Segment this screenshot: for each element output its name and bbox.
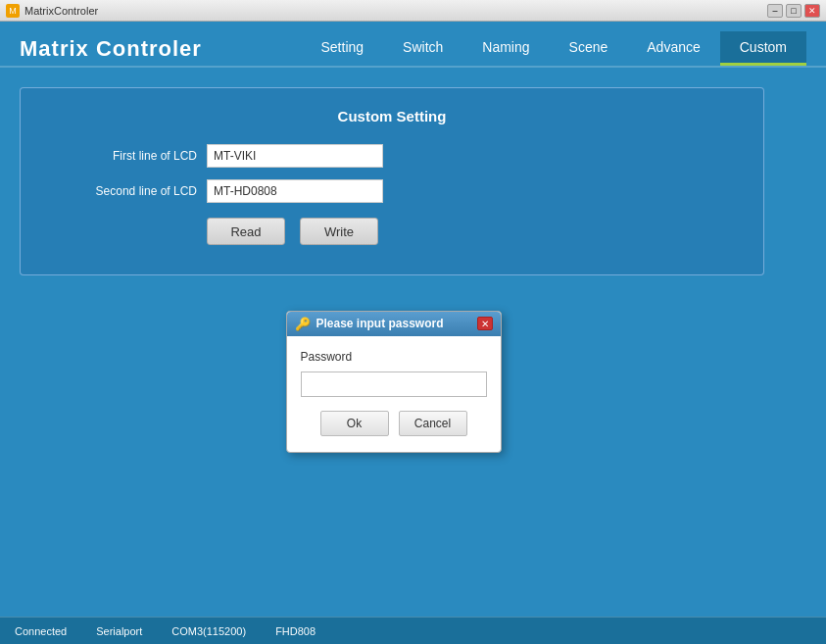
first-line-input[interactable] (207, 144, 383, 168)
password-input[interactable] (301, 372, 487, 397)
minimize-button[interactable]: – (767, 4, 783, 18)
first-line-row: First line of LCD (50, 144, 734, 168)
nav-naming[interactable]: Naming (462, 31, 549, 66)
app-icon: M (6, 4, 20, 18)
panel-title: Custom Setting (50, 108, 734, 124)
second-line-row: Second line of LCD (50, 179, 734, 203)
read-button[interactable]: Read (207, 218, 285, 245)
nav-advance[interactable]: Advance (627, 31, 719, 66)
write-button[interactable]: Write (300, 218, 378, 245)
top-section: Matrix Controler Setting Switch Naming S… (0, 22, 826, 68)
title-bar: M MatrixControler – □ ✕ (0, 0, 826, 22)
nav-scene[interactable]: Scene (550, 31, 628, 66)
settings-panel: Custom Setting First line of LCD Second … (20, 87, 764, 275)
password-dialog: 🔑 Please input password ✕ Password Ok Ca… (286, 311, 502, 453)
second-line-label: Second line of LCD (50, 184, 197, 198)
dialog-titlebar: 🔑 Please input password ✕ (287, 312, 501, 336)
window-controls: – □ ✕ (767, 4, 820, 18)
nav-bar: Setting Switch Naming Scene Advance Cust… (301, 31, 806, 66)
title-bar-text: MatrixControler (24, 5, 767, 17)
maximize-button[interactable]: □ (786, 4, 802, 18)
second-line-input[interactable] (207, 179, 383, 203)
device-value: FHD808 (275, 625, 316, 637)
dialog-title: Please input password (316, 317, 477, 330)
nav-switch[interactable]: Switch (383, 31, 462, 66)
password-label: Password (301, 350, 487, 364)
close-button[interactable]: ✕ (804, 4, 820, 18)
app-title: Matrix Controler (20, 36, 202, 62)
ok-button[interactable]: Ok (320, 411, 389, 436)
dialog-body: Password Ok Cancel (287, 336, 501, 452)
com-value: COM3(115200) (171, 625, 246, 637)
serialport-label: Serialport (96, 625, 142, 637)
content-area: Custom Setting First line of LCD Second … (0, 68, 826, 617)
key-icon: 🔑 (295, 317, 311, 331)
dialog-close-button[interactable]: ✕ (477, 317, 493, 330)
first-line-label: First line of LCD (50, 149, 197, 163)
cancel-button[interactable]: Cancel (399, 411, 467, 436)
main-window: Matrix Controler Setting Switch Naming S… (0, 22, 826, 644)
dialog-button-row: Ok Cancel (301, 411, 487, 436)
panel-buttons: Read Write (207, 218, 734, 245)
connected-status: Connected (15, 625, 67, 637)
status-bar: Connected Serialport COM3(115200) FHD808 (0, 617, 826, 644)
nav-custom[interactable]: Custom (720, 31, 806, 66)
nav-setting[interactable]: Setting (301, 31, 383, 66)
